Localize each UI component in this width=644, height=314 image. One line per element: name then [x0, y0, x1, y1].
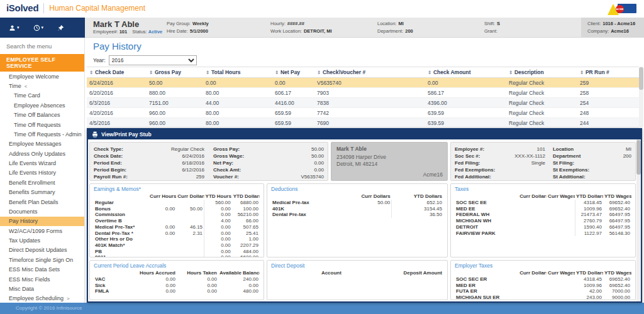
employee-info-right: LocationMIDepartment200St Filing:St Exem…: [553, 146, 631, 178]
sidebar-item-label: Pay History: [9, 218, 38, 224]
sidebar: EMPLOYEE SELF SERVICE Employee WelcomeTi…: [0, 38, 85, 303]
table-row[interactable]: 4/20/2016960.0080.00659.597742639.59Regu…: [87, 108, 639, 118]
sidebar-item-misc-data[interactable]: Misc Data: [0, 284, 84, 293]
view-print-paystub-bar[interactable]: View/Print Pay Stub: [88, 129, 641, 139]
sidebar-item-label: Life Events History: [9, 170, 56, 176]
sidebar-item-ess-misc-data-sets[interactable]: ESS Misc Data Sets: [0, 265, 84, 274]
cell: [518, 230, 547, 237]
column-header[interactable]: Check\Voucher #: [314, 67, 425, 78]
cell: 880.00: [147, 88, 203, 98]
cell: [148, 200, 176, 206]
table-row[interactable]: 6/24/201650.000.000.00V56357400.00Regula…: [87, 78, 639, 88]
table-row: 401K3154.45: [271, 206, 443, 212]
column-header: [271, 193, 340, 200]
sidebar-item-time-off-balances[interactable]: Time Off Balances: [0, 111, 84, 120]
sidebar-item-documents[interactable]: Documents: [0, 207, 84, 216]
column-header[interactable]: Check Amount: [425, 67, 506, 78]
sidebar-item-timeforce-single-sign-on[interactable]: Timeforce Single Sign On: [0, 255, 84, 264]
cell: MED EE: [455, 206, 518, 212]
sidebar-item-label: Employee Absences: [14, 102, 65, 109]
sidebar-item-time-card[interactable]: Time Card: [0, 91, 84, 100]
sidebar-item-benefit-plan-details[interactable]: Benefit Plan Details: [0, 197, 84, 207]
year-select[interactable]: 2016: [109, 55, 197, 65]
sidebar-item-employee-absences[interactable]: Employee Absences: [0, 100, 84, 110]
cell: [518, 276, 547, 283]
sidebar-item-pay-history[interactable]: Pay History: [0, 217, 84, 226]
table-row[interactable]: 6/3/20167151.0044.004416.0078384396.00Re…: [87, 98, 639, 108]
cell: SOC SEC EE: [455, 200, 518, 206]
paystub-scrollbar[interactable]: [636, 139, 641, 301]
cell: [518, 212, 547, 218]
cell: 560.00: [204, 200, 232, 206]
sidebar-item-time-off-requests[interactable]: Time Off Requests: [0, 120, 84, 129]
sidebar-item-label: Documents: [9, 208, 38, 215]
cell: [518, 288, 547, 295]
clock-menu-button[interactable]: ▾: [33, 24, 44, 31]
sidebar-item-label: Time Off Balances: [14, 112, 60, 118]
section-title: Employer Taxes: [455, 263, 631, 269]
sidebar-item-employee-welcome[interactable]: Employee Welcome: [0, 72, 84, 81]
column-header: YTD Wages: [603, 270, 631, 276]
column-header: Available Balance: [218, 270, 260, 276]
address-company: Acme16: [423, 171, 443, 178]
cell: 1009.96: [575, 283, 603, 289]
sidebar-item-benefits-summary[interactable]: Benefits Summary: [0, 188, 84, 197]
scrollbar-thumb[interactable]: [636, 140, 641, 175]
search-input[interactable]: [6, 43, 78, 50]
footer: Copyright © 2016 Infinisource: [0, 303, 644, 314]
column-header[interactable]: Total Hours: [203, 67, 272, 78]
sidebar-item-employee-messages[interactable]: Employee Messages: [0, 139, 84, 149]
cell: 6880.00: [232, 200, 260, 206]
sidebar-item-life-events-history[interactable]: Life Events History: [0, 168, 84, 178]
field: Payroll Run #:259: [94, 173, 204, 180]
column-header[interactable]: Description: [506, 67, 577, 78]
column-header[interactable]: PR Run #: [577, 67, 639, 78]
pin-button[interactable]: [57, 24, 64, 31]
column-header: YTD Dollars: [575, 270, 603, 276]
status-badge: Active: [148, 29, 163, 35]
scrollbar-thumb[interactable]: [639, 67, 643, 90]
cell: [340, 206, 392, 212]
column-header[interactable]: Check Date: [87, 67, 147, 78]
acme-logo-text: ACME: [616, 8, 624, 11]
column-header: YTD Dollars: [392, 193, 443, 200]
sidebar-item-employee-scheduling[interactable]: Employee Scheduling>: [0, 294, 84, 303]
employee-info-panel: Employee #:101Soc Sec #:XXX-XX-1112Fed F…: [450, 142, 636, 181]
sidebar-item-life-events-wizard[interactable]: Life Events Wizard: [0, 158, 84, 168]
table-row[interactable]: 4/5/2016960.0080.00659.597690639.59Regul…: [87, 118, 639, 128]
cell: 2760.79: [575, 218, 603, 224]
sidebar-item-w2-aca-1099-forms[interactable]: W2/ACA/1099 Forms: [0, 226, 84, 236]
sidebar-item-ess-misc-fields[interactable]: ESS Misc Fields: [0, 274, 84, 284]
table-scrollbar[interactable]: [639, 67, 643, 127]
field: Employee #:101: [455, 146, 545, 153]
header-fields-paygroup: Pay Group:WeeklyHire Date:5/1/2000: [167, 20, 270, 35]
cell: MED ER: [455, 283, 518, 289]
pay-history-header: Check DateGross PayTotal HoursNet PayChe…: [87, 67, 639, 78]
cell: [148, 242, 176, 249]
sidebar-search: [0, 38, 84, 54]
sidebar-item-address-only-updates[interactable]: Address Only Updates: [0, 149, 84, 158]
sidebar-item-label: Employee Scheduling: [9, 295, 64, 301]
clock-icon: [33, 24, 40, 31]
sidebar-item-direct-deposit-updates[interactable]: Direct Deposit Updates: [0, 246, 84, 255]
sidebar-section-header: EMPLOYEE SELF SERVICE: [0, 54, 84, 72]
column-header[interactable]: Gross Pay: [147, 67, 203, 78]
employee-header: Mark T Able Employee#: 101 Status: Activ…: [85, 18, 644, 38]
cell: 6600.00: [232, 254, 260, 257]
field: Period Begin:6/12/2016: [94, 166, 204, 173]
cell: 507.65: [232, 224, 260, 230]
sidebar-item-tax-updates[interactable]: Tax Updates: [0, 236, 84, 245]
sidebar-item-benefit-enrollment[interactable]: Benefit Enrollment: [0, 178, 84, 187]
table-row[interactable]: 6/20/2016880.0080.00606.177903586.17Regu…: [87, 88, 639, 98]
table-row: FUTA ER42.007000.00: [455, 288, 631, 295]
sidebar-item-label: Benefit Plan Details: [9, 199, 58, 205]
sidebar-item-time-off-requests-admin[interactable]: Time Off Requests - Admin: [0, 129, 84, 139]
table-row: MICHIGAN WH2760.7966497.95: [455, 218, 631, 224]
column-header[interactable]: Net Pay: [272, 67, 314, 78]
user-menu-button[interactable]: ▾: [9, 24, 19, 31]
printer-icon: [92, 131, 98, 138]
table-row: MED ER1009.9669652.40: [455, 283, 631, 289]
cell: 2207.29: [232, 242, 260, 249]
sidebar-item-time[interactable]: Time<: [0, 81, 84, 90]
header-fields-hourly: Hourly:####.##Work Location:DETROIT, MI: [270, 20, 377, 35]
